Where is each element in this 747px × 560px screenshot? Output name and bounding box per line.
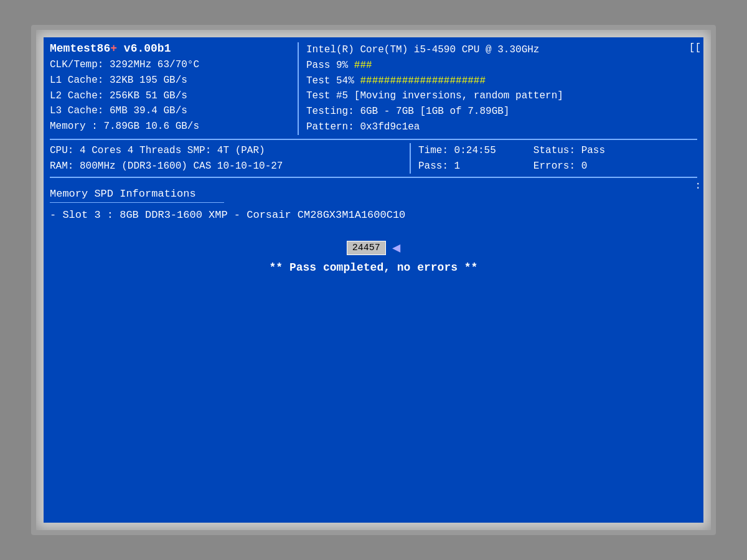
cursor-icon: ◀ [392, 240, 400, 256]
pass-completed-text: ** Pass completed, no errors ** [50, 261, 697, 274]
l1-cache-row: L1 Cache: 32KB 195 GB/s [50, 73, 291, 88]
top-section: Memtest86+ v6.00b1 CLK/Temp: 3292MHz 63/… [50, 42, 697, 140]
test-progress-row: Test 54% ##################### [306, 73, 697, 89]
status-row: Status: Pass [533, 143, 605, 159]
test-number-row: Test #5 [Moving inversions, random patte… [306, 88, 697, 104]
left-panel: Memtest86+ v6.00b1 CLK/Temp: 3292MHz 63/… [50, 42, 299, 135]
middle-left-panel: CPU: 4 Cores 4 Threads SMP: 4T (PAR) RAM… [50, 143, 411, 174]
pass-count-row: Pass: 1 [418, 159, 496, 174]
l2-cache-row: L2 Cache: 256KB 51 GB/s [50, 88, 291, 104]
middle-section: CPU: 4 Cores 4 Threads SMP: 4T (PAR) RAM… [50, 140, 697, 179]
clk-temp-row: CLK/Temp: 3292MHz 63/70°C [50, 57, 291, 73]
screen: Memtest86+ v6.00b1 CLK/Temp: 3292MHz 63/… [44, 37, 703, 523]
bottom-section: Memory SPD Informations - Slot 3 : 8GB D… [50, 178, 697, 274]
middle-right-panel: Time: 0:24:55 Pass: 1 Status: Pass Error… [411, 143, 697, 174]
pass-progress-row: Pass 9% ### [306, 58, 697, 73]
spd-slot-row: - Slot 3 : 8GB DDR3-1600 XMP - Corsair C… [50, 209, 697, 221]
testing-range-row: Testing: 6GB - 7GB [1GB of 7.89GB] [306, 104, 697, 119]
ram-info-row: RAM: 800MHz (DDR3-1600) CAS 10-10-10-27 [50, 159, 403, 174]
cpu-model: Intel(R) Core(TM) i5-4590 CPU @ 3.30GHz [306, 44, 539, 55]
memory-row: Memory : 7.89GB 10.6 GB/s [50, 119, 291, 134]
pattern-row: Pattern: 0x3fd9c1ea [306, 119, 697, 135]
l3-cache-row: L3 Cache: 6MB 39.4 GB/s [50, 103, 291, 119]
title-bar: Memtest86+ v6.00b1 [50, 42, 291, 55]
spd-underline [50, 202, 224, 203]
right-panel: Intel(R) Core(TM) i5-4590 CPU @ 3.30GHz … [299, 42, 697, 135]
monitor-frame: Memtest86+ v6.00b1 CLK/Temp: 3292MHz 63/… [31, 25, 716, 535]
time-status-group: Time: 0:24:55 Pass: 1 [418, 143, 496, 174]
spd-title: Memory SPD Informations [50, 188, 697, 200]
cpu-cores-row: CPU: 4 Cores 4 Threads SMP: 4T (PAR) [50, 143, 403, 159]
pass-badge: 24457 [347, 241, 386, 255]
plus-sign: + [110, 42, 117, 55]
corner-indicator-top: [[ [689, 42, 701, 54]
status-errors-group: Status: Pass Errors: 0 [533, 143, 605, 174]
app-title: Memtest86+ v6.00b1 [50, 42, 171, 55]
time-row: Time: 0:24:55 [418, 143, 496, 159]
cpu-title-row: Intel(R) Core(TM) i5-4590 CPU @ 3.30GHz [306, 42, 697, 58]
badge-area: 24457 ◀ [50, 240, 697, 256]
errors-row: Errors: 0 [533, 159, 605, 174]
corner-indicator-mid: : [695, 180, 701, 192]
version-label: v6.00b1 [124, 42, 171, 55]
